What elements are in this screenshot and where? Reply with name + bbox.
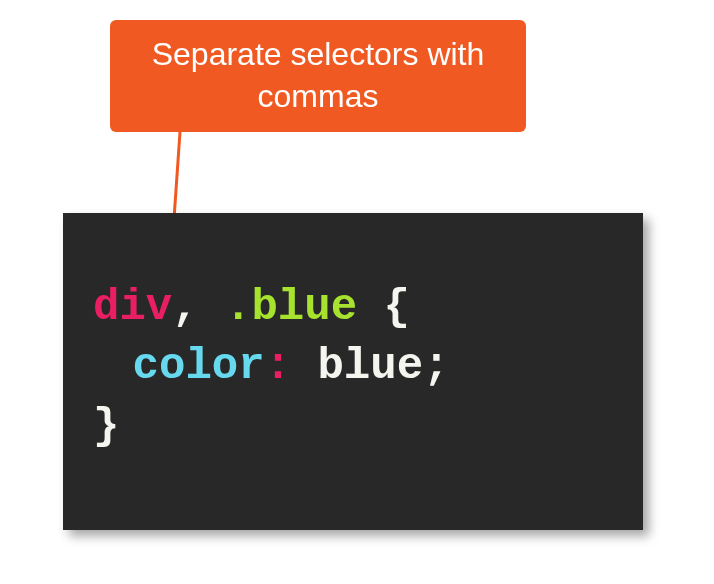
callout-text: Separate selectors with commas	[130, 34, 506, 117]
code-line-1: div, .blue {	[93, 278, 613, 337]
token-colon: :	[265, 341, 291, 391]
token-brace-open: {	[383, 282, 409, 332]
token-comma: ,	[172, 282, 198, 332]
token-semicolon: ;	[423, 341, 449, 391]
code-line-2: color: blue;	[93, 337, 613, 396]
token-property: color	[133, 341, 265, 391]
token-brace-close: }	[93, 401, 119, 451]
token-tag: div	[93, 282, 172, 332]
code-block: div, .blue { color: blue; }	[63, 213, 643, 530]
token-class: .blue	[225, 282, 357, 332]
callout-box: Separate selectors with commas	[110, 20, 526, 132]
token-value: blue	[317, 341, 423, 391]
code-line-3: }	[93, 397, 613, 456]
